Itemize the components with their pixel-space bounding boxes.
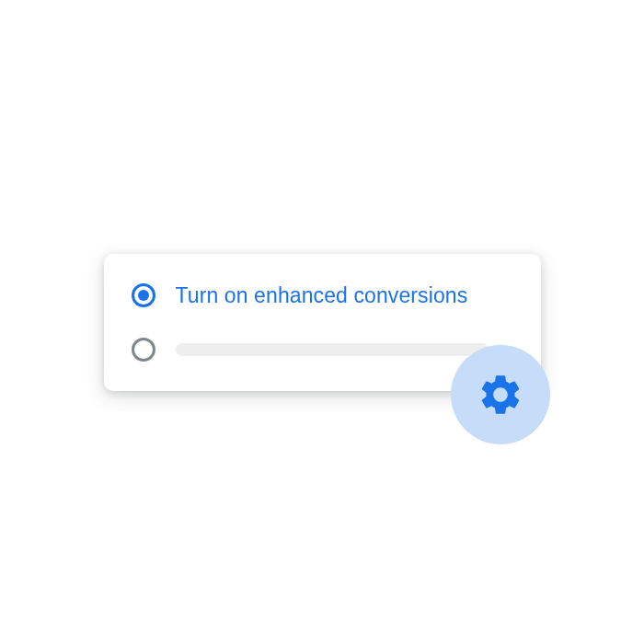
placeholder-bar xyxy=(176,343,489,356)
radio-unselected-icon xyxy=(132,338,155,362)
gear-icon xyxy=(477,371,524,419)
radio-selected-icon xyxy=(132,283,155,307)
settings-gear-badge[interactable] xyxy=(451,345,550,444)
radio-label-enhanced-conversions: Turn on enhanced conversions xyxy=(176,283,468,308)
radio-option-enhanced-conversions[interactable]: Turn on enhanced conversions xyxy=(132,283,508,308)
settings-card-wrapper: Turn on enhanced conversions xyxy=(104,254,541,391)
radio-option-placeholder[interactable] xyxy=(132,338,508,362)
